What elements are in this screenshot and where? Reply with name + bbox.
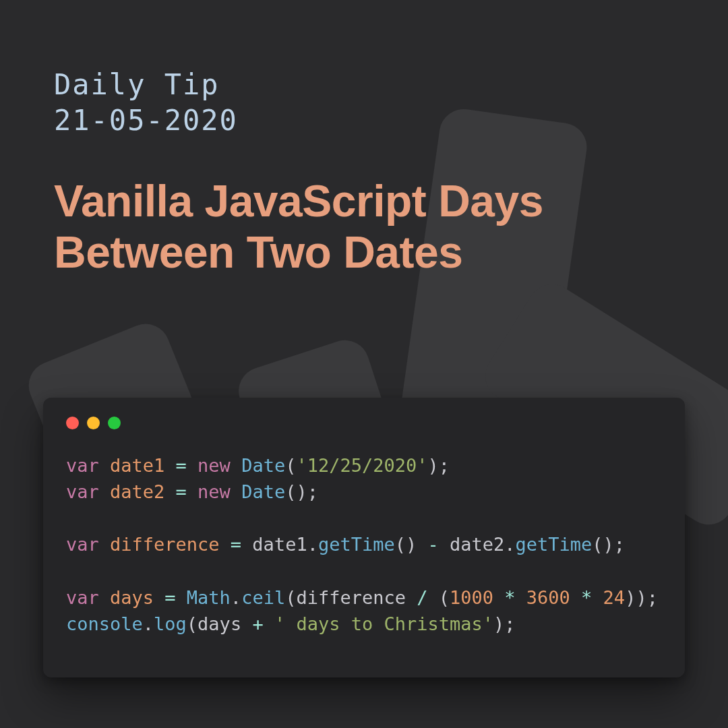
- code-token: Date: [241, 481, 285, 502]
- code-token: .: [143, 613, 154, 634]
- maximize-icon: [108, 417, 121, 429]
- code-token: days: [198, 613, 252, 634]
- code-token: date2: [450, 534, 504, 555]
- content-area: Daily Tip 21-05-2020 Vanilla JavaScript …: [0, 0, 728, 278]
- code-token: (: [285, 455, 296, 476]
- code-token: ();: [592, 534, 625, 555]
- code-token: new: [198, 455, 241, 476]
- code-token: *: [504, 587, 526, 608]
- code-token: );: [428, 455, 450, 476]
- code-token: ();: [285, 481, 318, 502]
- code-token: );: [493, 613, 516, 634]
- code-token: 24: [603, 587, 626, 608]
- code-token: (): [395, 534, 428, 555]
- code-token: 1000: [450, 587, 504, 608]
- code-token: -: [427, 534, 450, 555]
- code-token: =: [231, 534, 253, 555]
- code-token: difference: [110, 534, 231, 555]
- traffic-lights: [66, 417, 662, 429]
- code-token: log: [154, 613, 187, 634]
- minimize-icon: [87, 417, 100, 429]
- code-token: var: [66, 455, 110, 476]
- code-token: var: [66, 481, 110, 502]
- code-token: (: [187, 613, 198, 634]
- code-token: date1: [110, 455, 176, 476]
- page-title: Vanilla JavaScript Days Between Two Date…: [54, 176, 674, 278]
- code-token: +: [252, 613, 274, 634]
- code-token: new: [198, 481, 241, 502]
- code-token: days: [110, 587, 164, 608]
- code-token: '12/25/2020': [296, 455, 427, 476]
- code-token: .: [307, 534, 318, 555]
- close-icon: [66, 417, 79, 429]
- code-token: ' days to Christmas': [274, 613, 493, 634]
- code-token: (: [285, 587, 296, 608]
- subtitle-line: 21-05-2020: [54, 103, 674, 139]
- code-token: var: [66, 587, 110, 608]
- code-token: /: [417, 587, 439, 608]
- code-token: =: [176, 481, 198, 502]
- code-token: ));: [625, 587, 658, 608]
- code-token: Date: [241, 455, 285, 476]
- code-token: .: [231, 587, 241, 608]
- code-token: =: [164, 587, 187, 608]
- code-token: 3600: [526, 587, 581, 608]
- code-token: ceil: [241, 587, 285, 608]
- code-token: date2: [110, 481, 176, 502]
- code-token: date1: [252, 534, 307, 555]
- code-token: Math: [187, 587, 231, 608]
- code-token: *: [581, 587, 603, 608]
- code-token: var: [66, 534, 110, 555]
- code-token: getTime: [318, 534, 395, 555]
- code-block: var date1 = new Date('12/25/2020'); var …: [66, 452, 662, 637]
- code-token: (: [439, 587, 450, 608]
- code-token: getTime: [516, 534, 593, 555]
- code-token: =: [176, 455, 198, 476]
- code-token: console: [66, 613, 143, 634]
- code-token: .: [504, 534, 515, 555]
- code-window: var date1 = new Date('12/25/2020'); var …: [43, 398, 685, 677]
- subtitle-line: Daily Tip: [54, 67, 674, 103]
- code-token: difference: [296, 587, 417, 608]
- subtitle: Daily Tip 21-05-2020: [54, 67, 674, 138]
